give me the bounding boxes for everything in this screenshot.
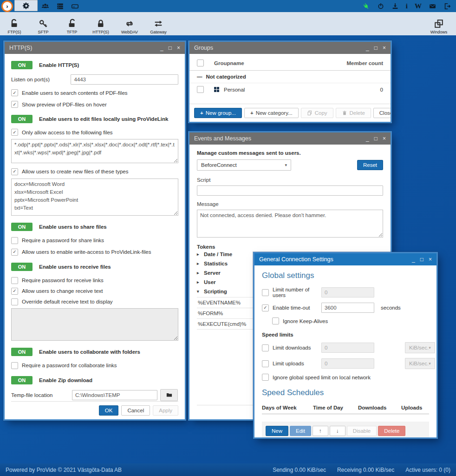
close-icon[interactable]: × [429,253,432,265]
powered-by-text: Powered by ProVide © 2021 Västgöta-Data … [6,467,122,473]
close-icon[interactable]: × [383,42,386,54]
toggle-receive-files[interactable]: ON [11,263,33,271]
toolbar-item-gateway[interactable]: Gateway [144,13,173,34]
tab-storage[interactable] [67,0,82,12]
close-icon[interactable]: × [177,42,180,54]
minimize-icon[interactable]: _ [160,42,163,54]
move-down-button[interactable]: ↓ [330,426,345,436]
toggle-zip-download[interactable]: ON [11,376,33,384]
logout-icon[interactable] [443,2,451,10]
download-icon[interactable] [391,2,399,10]
checkbox-ignore-keepalives[interactable] [272,317,279,324]
window-titlebar[interactable]: Groups _ □ × [189,42,391,54]
checkbox-ignore-global-speed[interactable] [262,374,269,381]
tab-settings[interactable] [14,0,38,11]
minimize-icon[interactable]: _ [366,132,369,145]
schedule-edit-button[interactable]: Edit [290,426,311,436]
new-file-types-textarea[interactable]: docx=Microsoft Word xlsx=Microsoft Excel… [11,178,178,216]
tab-users[interactable] [38,0,52,12]
maximize-icon[interactable]: □ [374,42,378,54]
copy-icon [307,110,313,116]
listen-port-input[interactable] [71,74,178,85]
minimize-icon[interactable]: _ [366,42,369,54]
toggle-collaborate[interactable]: ON [11,348,33,356]
tab-servers[interactable] [52,0,67,12]
checkbox-enable-timeout[interactable]: ✓ [262,304,269,311]
checkbox-preview-pdf[interactable]: ✓ [11,101,18,108]
connection-plug-icon[interactable] [362,2,370,10]
close-button[interactable]: Close [373,108,391,118]
toolbar-item-sftp[interactable]: SFTP [29,13,58,34]
checkbox-receive-password[interactable] [11,277,18,284]
checkbox-write-access[interactable]: ✓ [11,249,18,256]
checkbox-create-new-files[interactable]: ✓ [11,168,18,175]
row-checkbox[interactable] [197,86,204,93]
schedule-disable-button: Disable [347,426,377,436]
group-row-personal[interactable]: Personal 0 [189,83,391,96]
maximize-icon[interactable]: □ [169,42,172,54]
provide-logo[interactable]: › [0,0,14,12]
lock-closed-icon [96,19,106,29]
window-controls: _ □ × [366,132,386,145]
select-all-checkbox[interactable] [197,60,204,66]
checkbox-limit-users[interactable] [262,289,269,296]
checkbox-limit-uploads[interactable] [262,360,269,367]
window-titlebar[interactable]: General Connection Settings _ □ × [254,253,436,265]
mail-icon[interactable] [429,2,436,10]
message-textarea[interactable]: Not connected, access denied. Please don… [197,210,383,238]
toolbar-item-webdav[interactable]: WebDAV [115,13,144,34]
checkbox-share-password[interactable] [11,237,18,244]
temp-location-input[interactable] [72,390,157,400]
window-titlebar[interactable]: HTTP(S) _ □ × [5,42,185,54]
cancel-button[interactable]: Cancel [121,405,150,416]
checkbox-change-receive-text[interactable]: ✓ [11,288,18,295]
windows-cascade-icon [434,19,444,29]
toolbar-item-ftps[interactable]: FTP(S) [0,13,29,34]
copy-button: Copy [301,108,333,118]
column-groupname: Groupname [214,60,244,66]
ok-button[interactable]: OK [99,405,119,416]
checkbox-override-receive-text[interactable] [11,298,18,305]
message-label: Message [197,201,383,207]
toggle-share-files[interactable]: ON [11,223,33,231]
new-category-button[interactable]: +New category... [244,108,299,118]
schedule-delete-button[interactable]: Delete [378,426,405,436]
status-bar: Powered by ProVide © 2021 Västgöta-Data … [0,463,456,476]
collapse-icon[interactable]: — [197,74,202,79]
script-input[interactable] [197,185,383,196]
maximize-icon[interactable]: □ [420,253,423,265]
toggle-enable-https[interactable]: ON [11,61,33,69]
toolbar-item-windows[interactable]: Windows [424,13,453,34]
move-up-button[interactable]: ↑ [313,426,328,436]
folder-icon [166,391,173,398]
provide-logo-icon: › [1,0,13,12]
checkbox-search-pdf[interactable]: ✓ [11,89,18,96]
maximize-icon[interactable]: □ [374,132,378,145]
checkbox-collaborate-password[interactable] [11,362,18,369]
wiki-icon[interactable]: W [415,3,422,10]
toolbar-item-https[interactable]: HTTP(S) [86,13,115,34]
event-select[interactable]: BeforeConnect ▾ [197,159,291,171]
info-icon[interactable]: i [406,3,408,10]
schedule-new-button[interactable]: New [266,426,288,436]
chevron-down-icon: ▾ [285,163,287,167]
checkbox-only-files[interactable]: ✓ [11,129,18,136]
toolbar-item-tftp[interactable]: TFTP [58,13,86,34]
checkbox-limit-downloads[interactable] [262,344,269,351]
lock-open-icon [9,19,20,29]
power-icon[interactable] [377,2,384,10]
timeout-input[interactable] [321,303,374,313]
minimize-icon[interactable]: _ [412,253,415,265]
toggle-edit-providelink[interactable]: ON [11,115,33,123]
category-row[interactable]: — Not categorized [189,71,391,83]
new-group-button[interactable]: +New group... [194,108,242,118]
windows-logo-icon [214,87,219,92]
toolbar-item-label: TFTP [67,30,78,34]
browse-folder-button[interactable] [160,389,178,401]
close-icon[interactable]: × [383,132,386,145]
toolbar-item-label: FTP(S) [8,30,21,34]
reset-button[interactable]: Reset [357,160,383,170]
file-filter-textarea[interactable]: *.odp|*.ppt|*.pptx|*.ods|*.xlr|*.xls|*.x… [11,139,178,163]
triangle-right-icon: ▸ [197,280,201,284]
window-titlebar[interactable]: Events and Messages _ □ × [189,132,391,145]
